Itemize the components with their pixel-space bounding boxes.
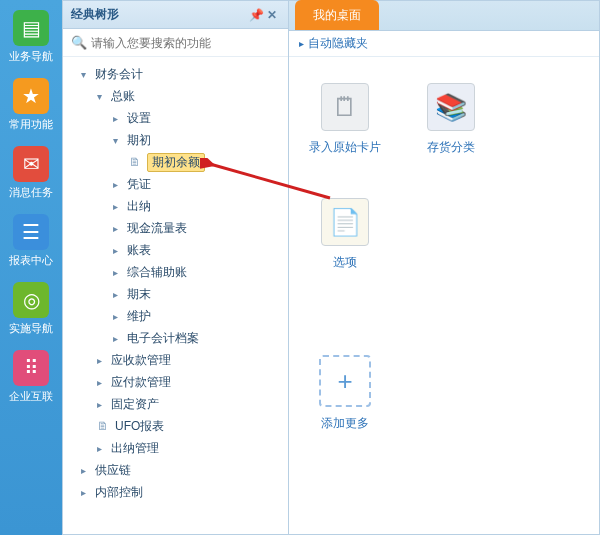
close-icon[interactable]: ✕: [264, 8, 280, 22]
tree-node-maintain[interactable]: 维护: [71, 305, 284, 327]
tree-node-fa[interactable]: 固定资产: [71, 393, 284, 415]
nav-business[interactable]: ▤ 业务导航: [6, 10, 56, 64]
search-row: 🔍: [63, 29, 288, 57]
tree-node-period-end[interactable]: 期末: [71, 283, 284, 305]
tree-node-finance[interactable]: 财务会计: [71, 63, 284, 85]
tree-node-internal[interactable]: 内部控制: [71, 481, 284, 503]
nav-label: 消息任务: [9, 185, 53, 200]
document-icon: 🗎: [97, 419, 109, 433]
tile-add-more[interactable]: + 添加更多: [313, 355, 377, 432]
paper-star-icon: 📄: [321, 198, 369, 246]
tile-label: 存货分类: [427, 139, 475, 156]
pin-icon[interactable]: 📌: [248, 8, 264, 22]
tree-title: 经典树形: [71, 6, 119, 23]
tree-node-opening-balance[interactable]: 🗎期初余额: [71, 151, 284, 173]
workspace: 我的桌面 ▸ 自动隐藏夹 🗒 录入原始卡片 📚 存货分类 📄 选项 + 添加更多: [289, 0, 600, 535]
tile-stock-class[interactable]: 📚 存货分类: [419, 83, 483, 156]
tile-label: 添加更多: [321, 415, 369, 432]
favorites-bar[interactable]: ▸ 自动隐藏夹: [289, 31, 599, 57]
tree-node-ufo[interactable]: 🗎UFO报表: [71, 415, 284, 437]
message-icon: ✉: [13, 146, 49, 182]
tiles-grid: 🗒 录入原始卡片 📚 存货分类 📄 选项 + 添加更多: [289, 57, 599, 458]
tile-label: 录入原始卡片: [309, 139, 381, 156]
tree-node-voucher[interactable]: 凭证: [71, 173, 284, 195]
nav-message[interactable]: ✉ 消息任务: [6, 146, 56, 200]
tree-panel: 经典树形 📌 ✕ 🔍 财务会计 总账 设置 期初 🗎期初余额 凭证 出纳 现金流…: [62, 0, 289, 535]
compass-icon: ◎: [13, 282, 49, 318]
tree-node-cashier-mgmt[interactable]: 出纳管理: [71, 437, 284, 459]
nav-impl[interactable]: ◎ 实施导航: [6, 282, 56, 336]
tree-node-ap[interactable]: 应付款管理: [71, 371, 284, 393]
tree-node-cashflow[interactable]: 现金流量表: [71, 217, 284, 239]
apps-icon: ⠿: [13, 350, 49, 386]
nav-connect[interactable]: ⠿ 企业互联: [6, 350, 56, 404]
tree-node-gl[interactable]: 总账: [71, 85, 284, 107]
nav-label: 常用功能: [9, 117, 53, 132]
tree-node-supply[interactable]: 供应链: [71, 459, 284, 481]
tile-label: 选项: [333, 254, 357, 271]
search-input[interactable]: [91, 36, 280, 50]
nav-report[interactable]: ☰ 报表中心: [6, 214, 56, 268]
tree-node-cashier[interactable]: 出纳: [71, 195, 284, 217]
star-icon: ★: [13, 78, 49, 114]
grid-icon: ▤: [13, 10, 49, 46]
tile-options[interactable]: 📄 选项: [313, 198, 377, 271]
tree-node-ar[interactable]: 应收款管理: [71, 349, 284, 371]
tree-node-aux[interactable]: 综合辅助账: [71, 261, 284, 283]
nav-label: 实施导航: [9, 321, 53, 336]
tree: 财务会计 总账 设置 期初 🗎期初余额 凭证 出纳 现金流量表 账表 综合辅助账…: [63, 57, 288, 534]
nav-label: 企业互联: [9, 389, 53, 404]
books-icon: 📚: [427, 83, 475, 131]
tab-desktop[interactable]: 我的桌面: [295, 0, 379, 30]
tree-header: 经典树形 📌 ✕: [63, 1, 288, 29]
report-icon: ☰: [13, 214, 49, 250]
nav-common[interactable]: ★ 常用功能: [6, 78, 56, 132]
tab-strip: 我的桌面: [289, 1, 599, 31]
document-icon: 🗒: [321, 83, 369, 131]
document-icon: 🗎: [129, 155, 141, 169]
plus-icon: +: [319, 355, 371, 407]
tree-node-opening[interactable]: 期初: [71, 129, 284, 151]
nav-label: 业务导航: [9, 49, 53, 64]
favorites-label: 自动隐藏夹: [308, 35, 368, 52]
highlighted-item: 期初余额: [147, 153, 205, 172]
chevron-right-icon: ▸: [299, 38, 304, 49]
nav-label: 报表中心: [9, 253, 53, 268]
tile-orig-card[interactable]: 🗒 录入原始卡片: [313, 83, 377, 156]
search-icon: 🔍: [71, 35, 87, 50]
tree-node-books[interactable]: 账表: [71, 239, 284, 261]
left-nav: ▤ 业务导航 ★ 常用功能 ✉ 消息任务 ☰ 报表中心 ◎ 实施导航 ⠿ 企业互…: [0, 0, 62, 535]
tree-node-earchive[interactable]: 电子会计档案: [71, 327, 284, 349]
tree-node-settings[interactable]: 设置: [71, 107, 284, 129]
